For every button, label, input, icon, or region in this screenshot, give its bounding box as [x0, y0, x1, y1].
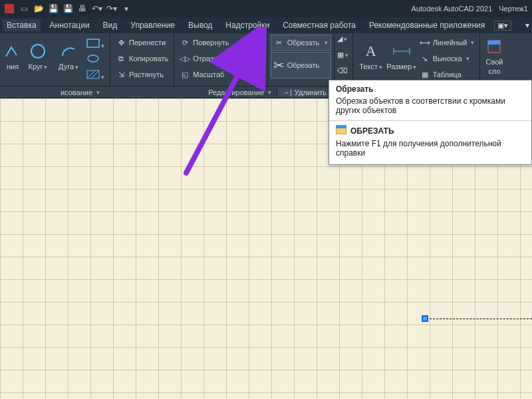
scale-icon: ◱ [180, 69, 190, 80]
copy-icon: ⧉ [116, 53, 126, 64]
tab-more-icon[interactable]: ▣▾ [494, 21, 511, 31]
draw-panel-title[interactable]: исование▾ [0, 88, 105, 96]
extend-button[interactable]: →|Удлинить [277, 88, 330, 96]
svg-rect-2 [87, 39, 99, 47]
ribbon-tabs: Вставка Аннотации Вид Управление Вывод Н… [0, 17, 532, 33]
chevron-down-icon: ▾ [75, 64, 78, 70]
hatch-icon[interactable]: ▾ [86, 70, 104, 80]
array-icon[interactable]: ▦▾ [337, 51, 350, 66]
tooltip-description: Обрезка объектов в соответствии с кромка… [329, 95, 531, 121]
text-button[interactable]: A Текст▾ [356, 35, 386, 77]
dimension-icon [392, 41, 412, 61]
trim-panel: ✂Обрезать ▾ ✂Обрезать [268, 33, 334, 86]
chevron-down-icon[interactable]: ▾ [325, 39, 328, 46]
rotate-icon: ⟳ [180, 37, 190, 48]
modify-panel: ✥Перенести ⧉Копировать ⇲Растянуть [110, 33, 174, 86]
mirror-button[interactable]: ◁▷Отразить зеркально [177, 51, 264, 66]
table-icon: ▦ [420, 69, 430, 80]
scale-button[interactable]: ◱Масштаб [177, 66, 264, 82]
svg-rect-11 [488, 41, 500, 45]
open-icon[interactable]: 📂 [33, 3, 44, 14]
tab-insert[interactable]: Вставка [3, 19, 41, 31]
circle-label: Круг [29, 63, 43, 70]
svg-rect-14 [336, 125, 346, 128]
fillet-icon[interactable]: ◢▾ [337, 35, 350, 51]
tooltip-command: ОБРЕЗАТЬ [329, 121, 531, 138]
linear-dim-button[interactable]: ⟷Линейный▾ [417, 35, 477, 51]
tooltip-help: Нажмите F1 для получения дополнительной … [329, 138, 531, 164]
tab-view[interactable]: Вид [99, 19, 122, 31]
annotation-panel: A Текст▾ Размер▾ ⟷Линейный▾ ↘Выноска▾ ▦Т… [353, 33, 481, 86]
modify-panel-2: ⟳Повернуть ◁▷Отразить зеркально ◱Масштаб [174, 33, 267, 86]
scissors-icon: ✂ [274, 60, 285, 70]
polyline-icon [3, 41, 23, 61]
trim-dropdown-item[interactable]: ✂Обрезать [271, 52, 331, 78]
extend-icon: →| [283, 88, 292, 96]
redo-icon[interactable]: ↷▾ [106, 3, 117, 14]
ellipse-icon[interactable] [86, 54, 104, 65]
svg-rect-0 [5, 4, 14, 13]
ribbon: ния Круг▾ Дуга▾ ▾ ▾ ✥Перенести ⧉Копирова… [0, 33, 532, 86]
leader-icon: ↘ [420, 53, 430, 64]
app-menu-icon[interactable] [4, 3, 15, 14]
dimension-button[interactable]: Размер▾ [386, 35, 417, 77]
rectangle-icon[interactable]: ▾ [86, 39, 104, 49]
svg-point-3 [88, 55, 98, 62]
qat-dropdown-icon[interactable]: ▾ [121, 3, 132, 14]
command-tooltip: Обрезать Обрезка объектов в соответствии… [329, 80, 532, 165]
arc-icon [59, 41, 78, 61]
quick-access-toolbar: ▭ 📂 💾 💾 🖶 ↶▾ ↷▾ ▾ [4, 3, 132, 14]
rotate-button[interactable]: ⟳Повернуть [177, 35, 264, 51]
new-icon[interactable]: ▭ [19, 3, 29, 14]
mirror-icon: ◁▷ [180, 53, 190, 64]
doc-title: Чертеж1 [499, 5, 528, 13]
svg-line-6 [91, 70, 99, 78]
arc-button[interactable]: Дуга▾ [53, 35, 84, 77]
properties-icon [484, 37, 504, 57]
move-icon: ✥ [116, 37, 126, 48]
app-title: Autodesk AutoCAD 2021 [412, 5, 493, 13]
svg-point-1 [31, 45, 45, 58]
svg-rect-4 [87, 70, 99, 78]
rubber-band-line [430, 319, 532, 319]
circle-icon [28, 41, 48, 61]
trim-split-button[interactable]: ✂Обрезать ▾ [271, 35, 331, 51]
save-icon[interactable]: 💾 [48, 3, 59, 14]
modify-panel-title[interactable]: Редактирование▾ [105, 88, 277, 96]
properties-panel: Свой сло [480, 33, 508, 86]
selection-grip[interactable] [422, 315, 428, 322]
tab-addins[interactable]: Надстройки [221, 19, 273, 31]
undo-icon[interactable]: ↶▾ [92, 3, 102, 14]
tab-annotations[interactable]: Аннотации [46, 19, 94, 31]
search-dropdown-icon[interactable]: ▾ [525, 21, 529, 30]
tab-output[interactable]: Вывод [184, 19, 216, 31]
circle-button[interactable]: Круг▾ [23, 35, 53, 77]
tab-featured[interactable]: Рекомендованные приложения [365, 19, 489, 31]
move-button[interactable]: ✥Перенести [113, 35, 171, 51]
saveas-icon[interactable]: 💾 [63, 3, 73, 14]
stretch-button[interactable]: ⇲Растянуть [113, 66, 171, 82]
properties-button[interactable]: Свой сло [483, 35, 505, 77]
chevron-down-icon: ▾ [44, 64, 47, 70]
draw-panel: ния Круг▾ Дуга▾ ▾ ▾ [0, 33, 110, 86]
text-icon: A [361, 41, 381, 61]
svg-line-5 [87, 70, 95, 78]
trim-icon: ✂ [274, 37, 285, 48]
command-icon [336, 125, 346, 136]
leader-button[interactable]: ↘Выноска▾ [417, 51, 477, 66]
arc-label: Дуга [59, 63, 74, 70]
polyline-label: ния [7, 63, 19, 70]
tab-collab[interactable]: Совместная работа [279, 19, 360, 31]
polyline-button[interactable]: ния [3, 35, 23, 77]
copy-button[interactable]: ⧉Копировать [113, 51, 171, 66]
linear-icon: ⟷ [420, 37, 430, 48]
stretch-icon: ⇲ [116, 69, 126, 80]
modify-icons-panel: ◢▾ ▦▾ ⌫ [334, 33, 353, 86]
title-bar: ▭ 📂 💾 💾 🖶 ↶▾ ↷▾ ▾ Autodesk AutoCAD 2021 … [0, 0, 532, 17]
print-icon[interactable]: 🖶 [77, 3, 88, 14]
tooltip-title: Обрезать [329, 80, 531, 95]
tab-manage[interactable]: Управление [126, 19, 179, 31]
